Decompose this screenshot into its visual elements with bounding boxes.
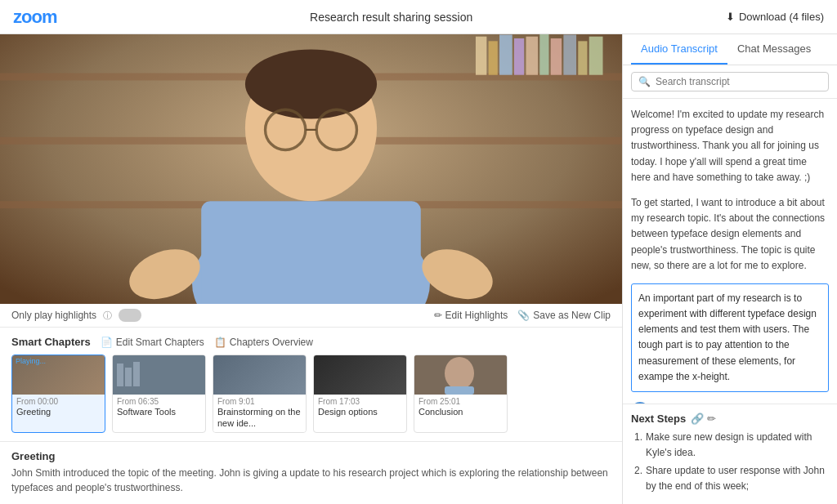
chapter-time-1: From 06:35	[117, 397, 201, 406]
download-icon: ⬇	[726, 11, 735, 23]
next-steps-header: Next Steps 🔗 ✏	[631, 413, 829, 425]
transcript-highlight: An important part of my research is to e…	[631, 283, 829, 392]
chapter-card-3[interactable]: From 17:03 Design options	[313, 355, 407, 433]
right-panel: Audio Transcript Chat Messages 🔍 Welcome…	[623, 34, 837, 504]
chapter-name-0: Greeting	[16, 406, 101, 417]
download-button[interactable]: ⬇ Download (4 files)	[726, 11, 824, 23]
chapters-scroll: Playing... From 00:00 Greeting	[11, 355, 611, 436]
highlights-right: ✏ Edit Highlights 📎 Save as New Clip	[434, 310, 611, 321]
svg-rect-6	[499, 34, 512, 74]
svg-rect-12	[578, 41, 587, 74]
chapter-time-2: From 9:01	[217, 397, 302, 406]
svg-point-28	[445, 357, 474, 390]
chapter-thumb-4	[414, 355, 507, 395]
highlight-text: An important part of my research is to e…	[638, 291, 821, 385]
chapter-time-0: From 00:00	[16, 397, 101, 406]
next-steps-list: Make sure new design is updated with Kyl…	[631, 430, 829, 494]
transcript-search: 🔍	[623, 65, 837, 99]
edit-highlights-button[interactable]: ✏ Edit Highlights	[434, 310, 508, 321]
chapter-info-2: From 9:01 Brainstorming on the new ide..…	[213, 395, 306, 432]
svg-rect-10	[551, 38, 562, 75]
transcript-intro2: To get started, I want to introduce a bi…	[631, 195, 829, 274]
chapter-thumb-1	[113, 355, 205, 395]
tab-chat-messages[interactable]: Chat Messages	[727, 34, 821, 65]
zoom-logo: zoom	[13, 7, 56, 28]
chapter-thumb-0: Playing...	[12, 355, 105, 395]
chapter-time-3: From 17:03	[318, 397, 402, 406]
chapter-name-3: Design options	[318, 406, 402, 417]
highlights-toggle[interactable]	[119, 309, 141, 322]
highlights-label: Only play highlights	[11, 310, 96, 321]
svg-rect-26	[133, 362, 140, 386]
svg-point-15	[245, 49, 377, 118]
smart-chapters-title: Smart Chapters	[11, 336, 91, 348]
highlights-left: Only play highlights ⓘ	[11, 309, 141, 322]
chapter-info-4: From 25:01 Conclusion	[414, 395, 507, 420]
info-icon: ⓘ	[103, 310, 112, 322]
svg-rect-9	[539, 34, 548, 75]
svg-rect-7	[514, 38, 524, 75]
chapter-info-0: From 00:00 Greeting	[12, 395, 105, 420]
next-steps-title: Next Steps	[631, 413, 686, 425]
svg-rect-4	[476, 37, 486, 75]
chapter-info-3: From 17:03 Design options	[314, 395, 406, 420]
chapter-name-2: Brainstorming on the new ide...	[217, 406, 302, 430]
clip-icon: 📎	[517, 310, 530, 321]
svg-rect-29	[445, 386, 474, 395]
next-step-2: Share update to user response with John …	[634, 463, 829, 494]
next-steps-pencil-icon[interactable]: ✏	[707, 413, 716, 425]
chapter-time-4: From 25:01	[418, 397, 503, 406]
chapter-thumb-2	[213, 355, 306, 395]
svg-rect-20	[201, 201, 421, 304]
svg-rect-11	[563, 34, 576, 74]
video-svg	[0, 34, 622, 304]
transcript-tabs: Audio Transcript Chat Messages	[623, 34, 837, 65]
pencil-icon: ✏	[434, 310, 442, 321]
left-panel: ▶ ⏭ 00:18:48 / 00:38:42 🔊 Speed 📊 ✂ ⊞ ⛶	[0, 34, 623, 504]
next-steps: Next Steps 🔗 ✏ Make sure new design is u…	[623, 404, 837, 504]
chapter-playing-label: Playing...	[12, 355, 105, 367]
next-step-1: Make sure new design is updated with Kyl…	[634, 430, 829, 461]
svg-rect-8	[526, 37, 538, 75]
search-icon: 🔍	[638, 76, 651, 87]
highlights-bar: Only play highlights ⓘ ✏ Edit Highlights…	[0, 304, 622, 328]
page-title: Research result sharing session	[310, 11, 472, 24]
chapters-overview-button[interactable]: 📋 Chapters Overview	[214, 337, 313, 348]
chapter-card-4[interactable]: From 25:01 Conclusion	[414, 355, 508, 433]
transcript-intro: Welcome! I'm excited to update my resear…	[631, 107, 829, 185]
chapter-info-1: From 06:35 Software Tools	[113, 395, 205, 420]
chapter-svg-4	[414, 355, 507, 395]
chapter-desc-title: Greeting	[11, 450, 611, 462]
chapter-card-0[interactable]: Playing... From 00:00 Greeting	[11, 355, 105, 433]
chapter-desc-text: John Smith introduced the topic of the m…	[11, 466, 611, 495]
save-clip-button[interactable]: 📎 Save as New Clip	[517, 310, 611, 321]
header: zoom Research result sharing session ⬇ D…	[0, 0, 837, 34]
svg-rect-24	[117, 364, 123, 386]
chapter-svg-1	[113, 355, 205, 395]
next-steps-edit-icon[interactable]: 🔗	[691, 413, 704, 425]
transcript-content: Welcome! I'm excited to update my resear…	[623, 99, 837, 404]
chapter-card-2[interactable]: From 9:01 Brainstorming on the new ide..…	[213, 355, 307, 433]
edit-chapters-icon: 📄	[101, 337, 113, 348]
svg-rect-5	[489, 41, 498, 74]
search-box: 🔍	[631, 72, 829, 91]
chapter-name-1: Software Tools	[117, 406, 201, 417]
main-content: ▶ ⏭ 00:18:48 / 00:38:42 🔊 Speed 📊 ✂ ⊞ ⛶	[0, 34, 837, 504]
svg-rect-25	[125, 368, 132, 386]
search-input[interactable]	[656, 76, 821, 87]
svg-rect-13	[589, 37, 603, 75]
chapter-name-4: Conclusion	[418, 406, 503, 417]
tab-audio-transcript[interactable]: Audio Transcript	[631, 34, 727, 65]
video-frame	[0, 34, 622, 304]
chapter-description: Greeting John Smith introduced the topic…	[0, 442, 622, 504]
chapter-card-1[interactable]: From 06:35 Software Tools	[112, 355, 206, 433]
next-steps-icons: 🔗 ✏	[691, 413, 716, 425]
overview-icon: 📋	[214, 337, 226, 348]
video-area: ▶ ⏭ 00:18:48 / 00:38:42 🔊 Speed 📊 ✂ ⊞ ⛶	[0, 34, 622, 304]
edit-smart-chapters-button[interactable]: 📄 Edit Smart Chapters	[101, 337, 204, 348]
smart-chapters: Smart Chapters 📄 Edit Smart Chapters 📋 C…	[0, 328, 622, 442]
chapter-thumb-3	[314, 355, 406, 395]
smart-chapters-header: Smart Chapters 📄 Edit Smart Chapters 📋 C…	[11, 336, 611, 348]
